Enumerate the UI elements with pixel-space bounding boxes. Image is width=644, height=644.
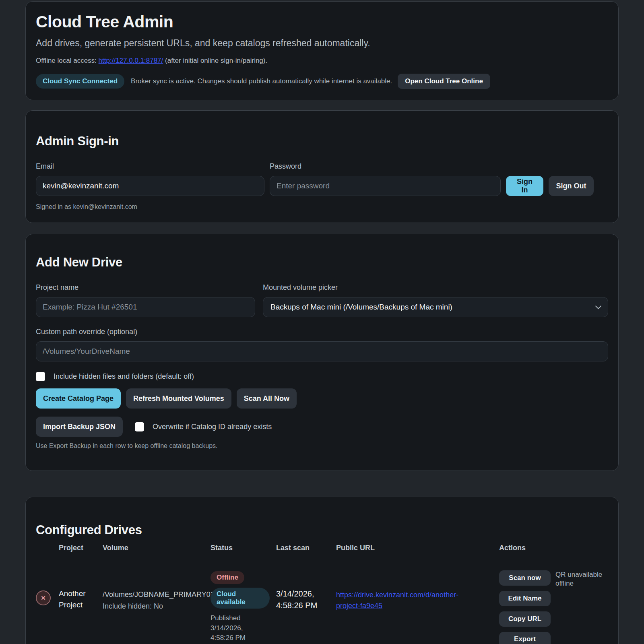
- signed-in-note: Signed in as kevin@kevinzanit.com: [36, 203, 608, 211]
- table-row: ✕ Another Project /Volumes/JOBNAME_PRIMA…: [36, 563, 608, 644]
- sign-in-button[interactable]: Sign In: [506, 176, 543, 196]
- add-drive-title: Add New Drive: [36, 255, 608, 270]
- sync-status-row: Cloud Sync Connected Broker sync is acti…: [36, 74, 608, 89]
- col-status: Status: [211, 544, 276, 552]
- offline-access-suffix: (after initial online sign-in/pairing).: [165, 57, 267, 64]
- refresh-volumes-button[interactable]: Refresh Mounted Volumes: [126, 388, 231, 409]
- col-actions: Actions: [499, 544, 608, 552]
- col-volume: Volume: [103, 544, 211, 552]
- col-public-url: Public URL: [336, 544, 499, 552]
- offline-local-link[interactable]: http://127.0.0.1:8787/: [99, 57, 163, 64]
- chevron-down-icon: [595, 303, 602, 309]
- signin-form: Email Password Sign In Sign Out: [36, 162, 608, 196]
- published-timestamp: Published 3/14/2026, 4:58:26 PM: [211, 613, 263, 643]
- mounted-volume-select[interactable]: Backups of Mac mini (/Volumes/Backups of…: [263, 297, 608, 317]
- export-backup-button[interactable]: Export Backup: [499, 632, 551, 644]
- scan-all-button[interactable]: Scan All Now: [237, 388, 297, 409]
- add-new-drive-card: Add New Drive Project name Mounted volum…: [25, 234, 619, 471]
- email-label: Email: [36, 162, 264, 171]
- custom-path-label: Custom path override (optional): [36, 328, 608, 336]
- col-last-scan: Last scan: [276, 544, 336, 552]
- public-url-link[interactable]: https://drive.kevinzanit.com/d/another-p…: [336, 591, 458, 610]
- offline-access-line: Offline local access: http://127.0.0.1:8…: [36, 57, 608, 65]
- cloud-available-badge: Cloud available: [211, 588, 270, 609]
- offline-access-prefix: Offline local access:: [36, 57, 97, 64]
- remove-drive-icon[interactable]: ✕: [36, 590, 51, 605]
- drives-table-header: Project Volume Status Last scan Public U…: [36, 544, 608, 563]
- admin-signin-card: Admin Sign-in Email Password Sign In Sig…: [25, 110, 619, 223]
- email-field[interactable]: [36, 176, 264, 196]
- drive-volume-note: Include hidden: No: [103, 601, 203, 611]
- configured-drives-card: Configured Drives Project Volume Status …: [25, 497, 619, 644]
- drive-volume-path: /Volumes/JOBNAME_PRIMARY01: [103, 590, 203, 599]
- cloud-sync-badge: Cloud Sync Connected: [36, 74, 124, 89]
- qr-unavailable-note: QR unavailable offline: [555, 570, 604, 588]
- mounted-volume-value: Backups of Mac mini (/Volumes/Backups of…: [270, 303, 452, 312]
- overwrite-label: Overwrite if Catalog ID already exists: [153, 423, 272, 431]
- create-catalog-button[interactable]: Create Catalog Page: [36, 388, 121, 409]
- password-field[interactable]: [270, 176, 501, 196]
- open-cloud-tree-button[interactable]: Open Cloud Tree Online: [398, 74, 490, 89]
- password-label: Password: [270, 162, 501, 171]
- sync-status-text: Broker sync is active. Changes should pu…: [131, 77, 392, 85]
- header-card: Cloud Tree Admin Add drives, generate pe…: [25, 1, 619, 100]
- include-hidden-checkbox[interactable]: [36, 372, 45, 381]
- export-backup-note: Use Export Backup in each row to keep of…: [36, 442, 608, 450]
- volume-picker-label: Mounted volume picker: [263, 283, 608, 292]
- col-project: Project: [59, 544, 103, 552]
- project-name-label: Project name: [36, 283, 255, 292]
- import-backup-button[interactable]: Import Backup JSON: [36, 417, 123, 437]
- configured-drives-title: Configured Drives: [36, 523, 608, 537]
- last-scan-value: 3/14/2026, 4:58:26 PM: [276, 588, 330, 611]
- include-hidden-label: Include hidden files and folders (defaul…: [54, 372, 194, 381]
- project-name-input[interactable]: [36, 297, 255, 317]
- scan-now-button[interactable]: Scan now: [499, 570, 551, 586]
- drive-project-name: Another Project: [59, 588, 103, 610]
- sign-out-button[interactable]: Sign Out: [549, 176, 594, 196]
- page-subtitle: Add drives, generate persistent URLs, an…: [36, 38, 608, 49]
- custom-path-input[interactable]: [36, 341, 608, 361]
- page-title: Cloud Tree Admin: [36, 12, 608, 31]
- copy-url-button[interactable]: Copy URL: [499, 611, 551, 627]
- overwrite-checkbox[interactable]: [135, 422, 144, 431]
- edit-name-button[interactable]: Edit Name: [499, 591, 551, 606]
- signin-title: Admin Sign-in: [36, 134, 608, 149]
- offline-status-badge: Offline: [211, 571, 244, 584]
